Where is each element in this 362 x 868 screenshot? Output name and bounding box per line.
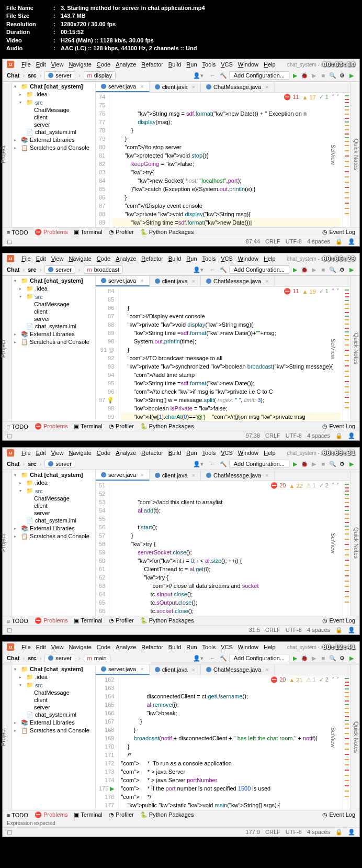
right-tool-strip[interactable]: Quick Notes Database SciView	[350, 276, 359, 421]
gear-icon[interactable]: ⚙	[338, 266, 346, 273]
menu-item[interactable]: Run	[186, 255, 197, 262]
stop-icon[interactable]: ■	[320, 461, 327, 467]
menu-item[interactable]: Run	[186, 61, 197, 68]
run-icon[interactable]: ▶	[291, 266, 299, 273]
menu-item[interactable]: Navigate	[69, 644, 91, 650]
menu-item[interactable]: Analyze	[116, 61, 136, 68]
stop-icon[interactable]: ■	[320, 72, 327, 79]
menu-item[interactable]: Edit	[36, 450, 46, 456]
menu-item[interactable]: Analyze	[116, 255, 136, 262]
right-tool-strip[interactable]: Quick Notes Database SciView	[350, 470, 359, 616]
breadcrumb[interactable]: src	[28, 266, 37, 273]
left-tool-strip[interactable]: Project Structure Favorites	[3, 664, 12, 810]
problems-tab[interactable]: ⛔ Problems	[35, 229, 68, 236]
breadcrumb[interactable]: server	[44, 265, 75, 274]
stop-icon[interactable]: ■	[320, 266, 327, 273]
project-tree[interactable]: ▾📁 Chat [chat_system] ▸📁 .idea ▾📁 src Ch…	[12, 470, 96, 616]
left-tool-strip[interactable]: Project Structure Favorites	[3, 470, 12, 616]
lock-icon[interactable]: 🔒	[335, 829, 343, 836]
hector-icon[interactable]: 👤	[348, 432, 355, 439]
menu-item[interactable]: Help	[264, 644, 276, 650]
menu-item[interactable]: Navigate	[69, 61, 91, 68]
lock-icon[interactable]: 🔒	[335, 238, 343, 245]
inspections-widget[interactable]: ⛔ 20 ▲ 22 ⚠ 1 ✓ 2 ˄ ˅	[269, 482, 341, 489]
todo-tab[interactable]: ≡ TODO	[7, 424, 28, 430]
eventlog-tab[interactable]: ◷ Event Log	[322, 229, 355, 236]
menu-item[interactable]: Refactor	[141, 644, 163, 650]
hammer-icon[interactable]: 🔨	[220, 655, 227, 662]
search-icon[interactable]: 🔍	[329, 461, 336, 468]
user-icon[interactable]: 👤▾	[191, 72, 206, 80]
back-button[interactable]: ←	[208, 654, 218, 662]
menu-item[interactable]: Refactor	[141, 255, 163, 262]
run-anything-icon[interactable]: ▶	[348, 655, 355, 662]
coverage-icon[interactable]: ▶	[310, 655, 318, 662]
run-anything-icon[interactable]: ▶	[348, 266, 355, 273]
menu-item[interactable]: Refactor	[141, 450, 163, 456]
run-config-select[interactable]: Add Configuration...	[229, 265, 289, 274]
menu-item[interactable]: VCS	[221, 255, 233, 262]
lock-icon[interactable]: 🔒	[335, 432, 343, 439]
menu-item[interactable]: Build	[168, 644, 181, 650]
breadcrumb[interactable]: server	[44, 71, 75, 80]
menu-item[interactable]: Build	[168, 450, 181, 456]
profiler-tab[interactable]: ◔ Profiler	[109, 423, 134, 430]
tab-chatmessage[interactable]: ChatMessage.java×	[201, 664, 275, 675]
hector-icon[interactable]: 👤	[348, 627, 355, 633]
project-tree[interactable]: ▾📁 Chat [chat_system] ▸📁 .idea ▾📁 src Ch…	[12, 664, 96, 810]
left-tool-strip[interactable]: Project Structure Favorites	[3, 82, 12, 227]
menu-item[interactable]: Navigate	[69, 255, 91, 262]
breadcrumb[interactable]: Chat	[7, 72, 19, 79]
gear-icon[interactable]: ⚙	[338, 461, 346, 468]
python-tab[interactable]: 🐍 Python Packages	[140, 811, 194, 818]
breadcrumb[interactable]: Chat	[7, 266, 19, 273]
menu-item[interactable]: File	[21, 644, 31, 650]
menu-item[interactable]: Code	[97, 644, 110, 650]
breadcrumb[interactable]: Chat	[7, 461, 19, 467]
menu-item[interactable]: File	[21, 61, 31, 68]
todo-tab[interactable]: ≡ TODO	[7, 618, 28, 624]
error-stripe[interactable]	[343, 481, 350, 616]
breadcrumb[interactable]: src	[28, 72, 37, 79]
code-editor[interactable]: 1621631641651661671681691701711721731741…	[96, 675, 350, 810]
breadcrumb[interactable]: src	[28, 461, 37, 467]
run-config-select[interactable]: Add Configuration...	[229, 71, 289, 80]
tab-chatmessage[interactable]: ChatMessage.java×	[201, 82, 275, 92]
hector-icon[interactable]: 👤	[348, 238, 355, 245]
error-stripe[interactable]	[343, 287, 350, 421]
profiler-tab[interactable]: ◔ Profiler	[109, 229, 134, 236]
run-icon[interactable]: ▶	[291, 655, 299, 662]
profiler-tab[interactable]: ◔ Profiler	[109, 811, 134, 818]
terminal-tab[interactable]: ▣ Terminal	[74, 617, 102, 624]
tab-chatmessage[interactable]: ChatMessage.java×	[201, 470, 275, 481]
problems-tab[interactable]: ⛔ Problems	[35, 617, 68, 624]
tab-chatmessage[interactable]: ChatMessage.java×	[201, 276, 275, 286]
menu-item[interactable]: View	[51, 450, 64, 456]
breadcrumb[interactable]: m broadcast	[84, 265, 123, 274]
inspections-widget[interactable]: ⛔ 11 ▲ 19 ✓ 1 ˄ ˅	[282, 288, 341, 295]
project-tree[interactable]: ▾📁 Chat [chat_system] ▸📁 .idea ▾📁 src Ch…	[12, 82, 96, 227]
terminal-tab[interactable]: ▣ Terminal	[74, 423, 102, 430]
user-icon[interactable]: 👤▾	[191, 460, 206, 468]
python-tab[interactable]: 🐍 Python Packages	[140, 229, 194, 236]
stop-icon[interactable]: ■	[320, 655, 327, 661]
hector-icon[interactable]: 👤	[348, 829, 355, 836]
lock-icon[interactable]: 🔒	[335, 627, 343, 633]
breadcrumb[interactable]: m display	[84, 71, 116, 80]
breadcrumb[interactable]: m main	[84, 654, 110, 662]
debug-icon[interactable]: 🐞	[301, 655, 308, 662]
breadcrumb[interactable]: server	[44, 654, 75, 662]
right-tool-strip[interactable]: Quick Notes Database SciView	[350, 664, 359, 810]
menu-item[interactable]: Build	[168, 255, 181, 262]
menu-item[interactable]: Tools	[202, 450, 216, 456]
terminal-tab[interactable]: ▣ Terminal	[74, 811, 102, 818]
todo-tab[interactable]: ≡ TODO	[7, 229, 28, 236]
gear-icon[interactable]: ⚙	[338, 655, 346, 662]
menu-item[interactable]: Run	[186, 450, 197, 456]
back-button[interactable]: ←	[208, 460, 218, 468]
inspections-widget[interactable]: ⛔ 20 ▲ 21 ⚠ 1 ✓ 2 ˄ ˅	[269, 676, 341, 683]
run-anything-icon[interactable]: ▶	[348, 461, 355, 468]
debug-icon[interactable]: 🐞	[301, 461, 308, 468]
back-button[interactable]: ←	[208, 266, 218, 273]
python-tab[interactable]: 🐍 Python Packages	[140, 423, 194, 430]
